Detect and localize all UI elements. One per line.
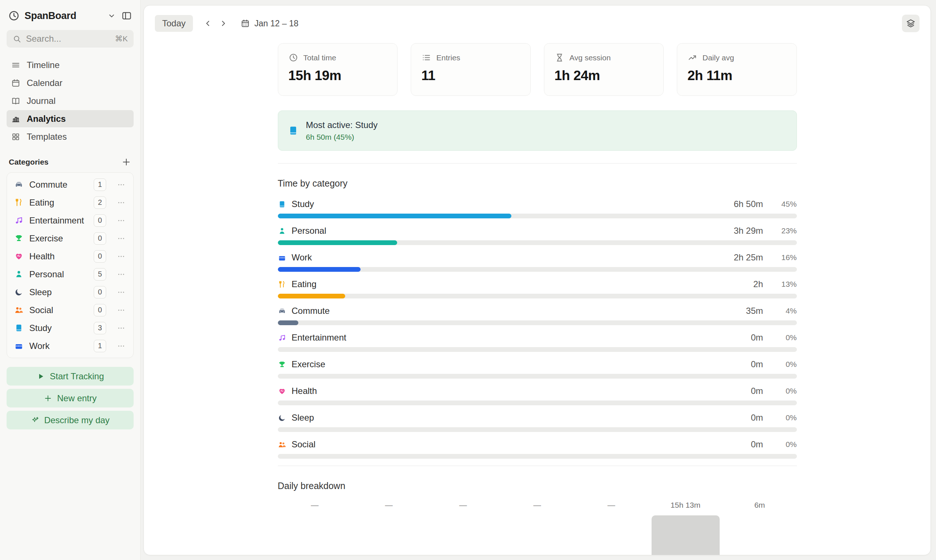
category-menu-icon[interactable] [112,217,126,225]
category-bar-track [278,267,797,272]
car-icon [278,307,286,315]
hourglass-icon [555,53,564,63]
category-row-header: Eating2h13% [278,279,797,290]
category-row-name: Commute [292,306,330,316]
music-icon [14,216,23,225]
category-item-commute[interactable]: Commute1 [11,175,130,194]
category-bar-track [278,214,797,218]
category-count-badge: 1 [94,178,106,191]
category-row-time: 35m [746,306,763,316]
category-count-badge: 5 [94,268,106,280]
category-menu-icon[interactable] [112,252,126,260]
sidebar-item-timeline[interactable]: Timeline [6,56,134,74]
daily-value-label: — [608,501,615,510]
category-row-percent: 0% [763,333,797,342]
date-range-label: Jan 12 – 18 [254,18,298,29]
category-menu-icon[interactable] [112,181,126,189]
daily-bar-area [278,515,352,555]
daily-column: — [352,501,426,555]
category-menu-icon[interactable] [112,198,126,207]
new-entry-button[interactable]: New entry [6,389,134,408]
category-row-health: Health0m0% [278,386,797,405]
category-menu-icon[interactable] [112,306,126,314]
category-menu-icon[interactable] [112,342,126,350]
category-item-sleep[interactable]: Sleep0 [11,283,130,301]
search-placeholder: Search... [26,34,111,44]
category-item-study[interactable]: Study3 [11,319,130,337]
category-bar-fill [278,320,299,325]
time-by-category-rows: Study6h 50m45%Personal3h 29m23%Work2h 25… [278,198,797,459]
sidebar-item-templates[interactable]: Templates [6,128,134,145]
category-count-badge: 3 [94,322,106,334]
divider [278,163,797,163]
sidebar-item-calendar[interactable]: Calendar [6,74,134,91]
categories-list: Commute1Eating2Entertainment0Exercise0He… [6,172,134,358]
cutlery-icon [14,198,23,207]
layers-button[interactable] [902,15,919,32]
sidebar-item-analytics[interactable]: Analytics [6,110,134,127]
sidebar-toggle-icon[interactable] [121,10,132,21]
category-row-time: 2h [753,279,763,289]
category-menu-icon[interactable] [112,288,126,296]
category-menu-icon[interactable] [112,324,126,332]
heart-icon [14,252,23,261]
category-row-header: Study6h 50m45% [278,198,797,209]
stat-card-total-time: Total time15h 19m [278,43,398,96]
category-row-name: Health [292,386,317,396]
category-row-percent: 13% [763,280,797,289]
category-name: Health [29,251,54,262]
category-row-name: Work [292,252,312,263]
calendar-icon [11,78,20,88]
topbar: Today Jan 12 – 18 [144,6,930,32]
daily-column: — [500,501,574,555]
workspace-header: SpanBoard [6,6,134,25]
category-row-sleep: Sleep0m0% [278,412,797,432]
category-name: Work [29,341,50,351]
category-row-header: Personal3h 29m23% [278,225,797,236]
category-menu-icon[interactable] [112,234,126,243]
time-by-category-title: Time by category [278,178,797,189]
today-button[interactable]: Today [155,15,193,32]
category-item-entertainment[interactable]: Entertainment0 [11,211,130,229]
trend-up-icon [688,53,697,63]
category-item-personal[interactable]: Personal5 [11,265,130,283]
sparkle-icon [31,416,40,425]
chevron-down-icon[interactable] [107,11,116,20]
add-category-icon[interactable] [121,157,131,167]
stat-card-header: Daily avg [688,53,786,63]
category-item-exercise[interactable]: Exercise0 [11,229,130,247]
templates-icon [11,132,20,142]
clock-icon [288,53,298,63]
category-bar-fill [278,294,345,298]
car-icon [14,180,23,189]
category-item-work[interactable]: Work1 [11,337,130,355]
daily-column: 6m [723,501,797,555]
search-input[interactable]: Search... ⌘K [6,30,134,48]
start-tracking-button[interactable]: Start Tracking [6,367,134,386]
category-row-header: Exercise0m0% [278,359,797,370]
cutlery-icon [278,280,286,289]
trophy-icon [278,360,286,369]
category-row-percent: 0% [763,440,797,449]
prev-week-icon[interactable] [200,16,216,31]
daily-column: — [426,501,500,555]
category-row-social: Social0m0% [278,439,797,459]
book-icon [278,200,286,209]
category-row-percent: 16% [763,253,797,262]
category-menu-icon[interactable] [112,270,126,278]
music-icon [278,334,286,342]
category-bar-track [278,347,797,352]
category-row-header: Work2h 25m16% [278,252,797,263]
category-item-eating[interactable]: Eating2 [11,194,130,211]
next-week-icon[interactable] [216,16,231,31]
daily-bar-area [352,515,426,555]
sidebar-item-journal[interactable]: Journal [6,92,134,109]
category-item-health[interactable]: Health0 [11,247,130,265]
describe-my-day-button[interactable]: Describe my day [6,411,134,429]
category-row-header: Health0m0% [278,386,797,397]
main-panel: Today Jan 12 – 18 Total time15h 19mEntri… [143,5,931,555]
date-range-group: Jan 12 – 18 [241,18,298,29]
category-item-social[interactable]: Social0 [11,301,130,319]
stat-card-header: Entries [421,53,520,63]
category-count-badge: 0 [94,232,106,245]
